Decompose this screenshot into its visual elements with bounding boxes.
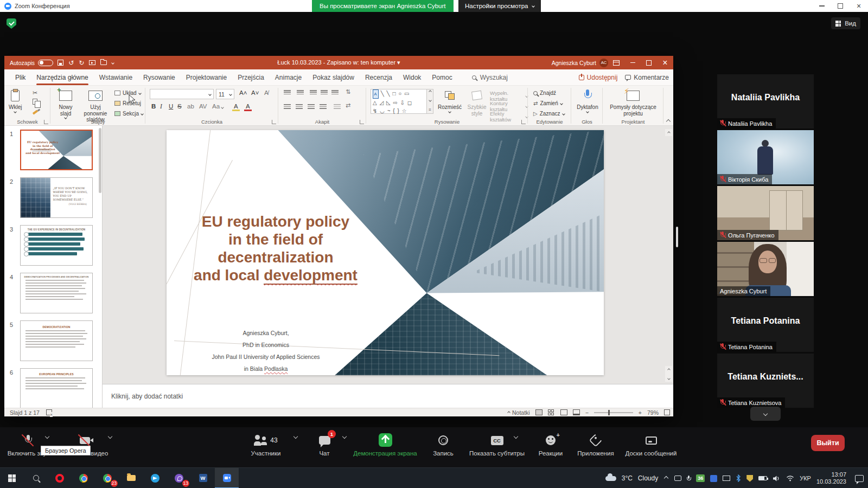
- dictate-button[interactable]: Dyktafon: [576, 88, 599, 113]
- restore-button[interactable]: [831, 0, 850, 12]
- tab-animacje[interactable]: Animacje: [270, 69, 307, 86]
- dialog-launcher-icon[interactable]: [44, 120, 48, 124]
- align-left-icon[interactable]: [284, 104, 291, 110]
- shrink-font-button[interactable]: A˅: [250, 89, 260, 96]
- tab-recenzja[interactable]: Recenzja: [360, 69, 398, 86]
- viber-icon[interactable]: 13: [167, 468, 191, 488]
- open-folder-icon[interactable]: [100, 60, 107, 65]
- chrome-profile-icon[interactable]: 23: [95, 468, 119, 488]
- change-case-button[interactable]: Aa: [210, 103, 221, 110]
- leave-button[interactable]: Выйти: [811, 435, 845, 451]
- thumbnail-row[interactable]: 4 DEMOCRATIZATION PROCESSES AND DECENTRA…: [4, 269, 102, 317]
- weather-temp[interactable]: 3°C: [622, 474, 633, 482]
- format-painter-icon[interactable]: [33, 110, 38, 114]
- font-dialog-launcher-icon[interactable]: [272, 120, 276, 124]
- notification-center-icon[interactable]: [855, 475, 864, 482]
- font-size-select[interactable]: 11: [216, 89, 234, 99]
- zoom-out-icon[interactable]: −: [585, 409, 589, 416]
- find-button[interactable]: Znajdź: [533, 90, 556, 96]
- captions-button[interactable]: CC Показать субтитры: [464, 434, 529, 457]
- previous-slide-icon[interactable]: [665, 366, 672, 373]
- share-screen-button[interactable]: Демонстрация экрана: [352, 433, 419, 457]
- volume-icon[interactable]: [773, 475, 781, 482]
- tab-pokaz-slajdow[interactable]: Pokaz slajdów: [307, 69, 360, 86]
- tab-przejscia[interactable]: Przejścia: [232, 69, 270, 86]
- slide-canvas[interactable]: EU regulatory policy in the field of dec…: [167, 130, 604, 375]
- numbering-icon[interactable]: [297, 90, 304, 95]
- view-button[interactable]: Вид: [831, 17, 860, 29]
- participants-button[interactable]: 43 Участники: [241, 434, 290, 457]
- participant-tile[interactable]: Nataliia Pavlikha Nataliia Pavlikha: [717, 74, 814, 129]
- replace-button[interactable]: ⇄Zamień: [533, 100, 563, 106]
- chrome-icon[interactable]: [72, 468, 95, 488]
- columns-icon[interactable]: [334, 104, 341, 110]
- font-color-button[interactable]: A: [244, 103, 252, 111]
- ppt-minimize-button[interactable]: [624, 56, 641, 69]
- wifi-icon[interactable]: [786, 475, 794, 481]
- tray-app-icon[interactable]: [710, 475, 717, 482]
- next-slide-icon[interactable]: [665, 375, 672, 382]
- zoom-level[interactable]: 79%: [647, 409, 659, 416]
- close-button[interactable]: ×: [850, 0, 868, 12]
- clear-format-button[interactable]: A̸: [263, 89, 270, 96]
- copy-icon[interactable]: [33, 99, 37, 105]
- autosave-toggle[interactable]: [38, 60, 53, 66]
- slide-4-thumbnail[interactable]: DEMOCRATIZATION PROCESSES AND DECENTRALI…: [20, 273, 93, 313]
- scroll-up-icon[interactable]: [665, 129, 672, 136]
- highlight-color-button[interactable]: A: [232, 103, 240, 111]
- taskbar-clock[interactable]: 13:07 10.03.2023: [816, 471, 846, 485]
- strikethrough-button[interactable]: S: [176, 103, 183, 110]
- slideshow-icon[interactable]: [573, 409, 580, 415]
- zoom-app-icon[interactable]: [215, 468, 239, 488]
- participant-tile[interactable]: Ольга Пугаченко: [717, 186, 814, 240]
- bullets-icon[interactable]: [284, 90, 291, 95]
- thumbnail-row[interactable]: 1 EU regulatory policyin the field ofdec…: [4, 126, 102, 174]
- zoom-in-icon[interactable]: +: [639, 409, 642, 416]
- record-button[interactable]: Запись: [422, 434, 464, 457]
- apps-button[interactable]: Приложения: [571, 434, 621, 457]
- bold-button[interactable]: B: [150, 103, 157, 110]
- slide-1-thumbnail[interactable]: EU regulatory policyin the field ofdecen…: [20, 130, 93, 170]
- tab-rysowanie[interactable]: Rysowanie: [138, 69, 181, 86]
- thumbnail-row[interactable]: 5 DEMOCRATIZATION: [4, 317, 102, 364]
- outdent-icon[interactable]: [310, 90, 317, 95]
- participant-tile[interactable]: Tetiana Kuzniets... Tetiana Kuznietsova: [717, 354, 814, 408]
- line-spacing-icon[interactable]: [331, 90, 339, 95]
- paragraph-dialog-launcher-icon[interactable]: [360, 120, 364, 124]
- cast-icon[interactable]: [674, 476, 681, 481]
- battery-icon[interactable]: [758, 476, 767, 480]
- comments-button[interactable]: Komentarze: [625, 74, 669, 81]
- participant-tile[interactable]: Вікторія Скиба: [717, 130, 814, 184]
- font-name-select[interactable]: [150, 89, 214, 99]
- opera-icon[interactable]: [48, 468, 72, 488]
- underline-button[interactable]: U: [167, 103, 175, 110]
- thumbnail-row[interactable]: 2 „IF YOU DON'T KNOW WHERE YOU'RE GOING,…: [4, 174, 102, 221]
- ribbon-display-button[interactable]: [608, 56, 624, 69]
- participant-tile-active-speaker[interactable]: Agnieszka Cyburt: [717, 242, 814, 296]
- bluetooth-icon[interactable]: [736, 474, 741, 482]
- panel-resize-handle[interactable]: [676, 227, 678, 247]
- thumbnail-row[interactable]: 3 THE EU EXPERIENCE IN DECENTRALIZATION: [4, 221, 102, 269]
- qat-overflow-icon[interactable]: [111, 61, 114, 65]
- participants-options-icon[interactable]: [293, 434, 298, 439]
- collapse-ribbon-icon[interactable]: [666, 119, 671, 124]
- telegram-icon[interactable]: [143, 468, 167, 488]
- recorder-badge-icon[interactable]: 36: [696, 474, 705, 482]
- fit-to-window-icon[interactable]: [664, 409, 670, 415]
- reset-button[interactable]: Resetuj: [114, 100, 141, 106]
- layout-button[interactable]: Układ: [114, 90, 141, 96]
- start-button[interactable]: [0, 468, 24, 488]
- taskbar-search-button[interactable]: [24, 468, 48, 488]
- present-icon[interactable]: [89, 60, 95, 65]
- paste-button[interactable]: Wklej: [9, 88, 22, 113]
- slide-6-thumbnail[interactable]: EUROPEAN PRINCIPLES: [20, 368, 93, 408]
- sort-icon[interactable]: ⇅: [346, 88, 350, 95]
- text-direction-icon[interactable]: ⇄: [346, 102, 350, 109]
- zoom-slider[interactable]: [594, 412, 633, 413]
- language-indicator[interactable]: УКР: [800, 475, 811, 481]
- ppt-close-button[interactable]: ×: [657, 56, 673, 69]
- file-explorer-icon[interactable]: [119, 468, 143, 488]
- new-slide-button[interactable]: Nowy slajd: [54, 88, 78, 119]
- reactions-button[interactable]: + Реакции: [529, 434, 572, 457]
- security-shield-icon[interactable]: [7, 18, 16, 29]
